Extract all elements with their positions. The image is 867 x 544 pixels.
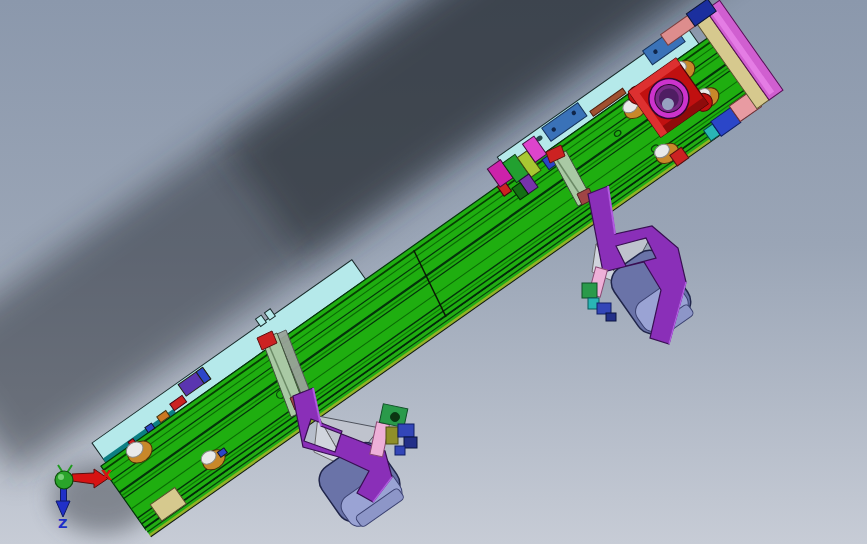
origin-glint [58, 474, 64, 480]
fitting-blue-block[interactable] [395, 446, 405, 455]
x-axis-label: X [101, 467, 112, 483]
fitting-hole [391, 413, 400, 422]
cad-viewport: X Z [0, 0, 867, 544]
fitting-blue-block[interactable] [398, 424, 414, 437]
fitting-navy-block[interactable] [404, 437, 417, 448]
fitting-olive-block[interactable] [386, 427, 398, 444]
z-axis-label: Z [58, 516, 67, 531]
fitting-navy-block[interactable] [606, 313, 616, 321]
fitting-green-block[interactable] [582, 283, 597, 298]
fitting-blue-block[interactable] [597, 303, 611, 314]
origin-sphere[interactable] [55, 471, 73, 489]
